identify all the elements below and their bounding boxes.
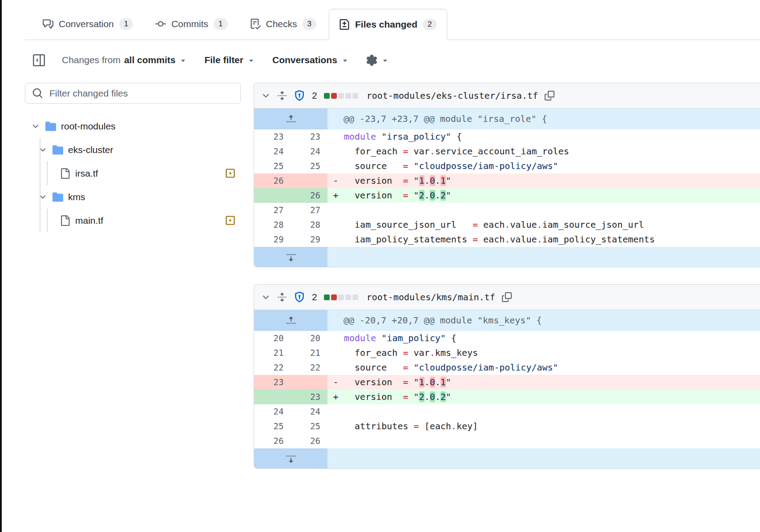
expand-down-icon[interactable]	[254, 448, 327, 468]
expand-all-unfold-icon[interactable]	[277, 292, 287, 302]
context-line: 2424	[254, 404, 760, 419]
tree-dir-kms[interactable]: kms	[25, 185, 241, 209]
new-line-number[interactable]: 26	[291, 188, 328, 203]
code-text: version = "2.0.2"	[344, 390, 760, 404]
hunk-header-text: @@ -20,7 +20,7 @@ module "kms_keys" {	[327, 310, 760, 331]
shield-lock-icon[interactable]	[294, 90, 305, 101]
new-line-number[interactable]: 24	[291, 404, 328, 419]
new-line-number[interactable]: 22	[291, 360, 328, 375]
expand-down-row	[254, 448, 760, 468]
expand-up-icon[interactable]	[254, 310, 327, 331]
caret-down-icon	[179, 56, 187, 64]
tab-files-changed[interactable]: Files changed2	[329, 9, 447, 40]
changes-from-dropdown[interactable]: Changes from all commits	[62, 55, 187, 65]
copy-path-icon[interactable]	[502, 292, 512, 302]
added-line: 23+ version = "2.0.2"	[254, 390, 760, 404]
tree-item-label: main.tf	[75, 215, 103, 226]
tree-file-main.tf[interactable]: main.tf	[25, 209, 241, 232]
file-diff-icon	[339, 19, 350, 30]
shield-lock-icon[interactable]	[294, 291, 305, 303]
copy-path-icon[interactable]	[545, 91, 554, 101]
new-line-number[interactable]: 26	[291, 434, 328, 448]
diff-panels: 2root-modules/eks-cluster/irsa.tf@@ -23,…	[254, 83, 760, 469]
old-line-number[interactable]: 29	[254, 232, 291, 247]
code-text: iam_source_json_url = each.value.iam_sou…	[344, 218, 760, 232]
old-line-number[interactable]: 26	[254, 173, 291, 188]
context-line: 2424 for_each = var.service_account_iam_…	[254, 144, 760, 159]
new-line-number[interactable]: 25	[291, 419, 328, 434]
diff-sign	[327, 331, 344, 346]
code-text: source = "cloudposse/iam-policy/aws"	[344, 360, 760, 375]
old-line-number[interactable]: 26	[254, 434, 291, 448]
code-text: source = "cloudposse/iam-policy/aws"	[344, 159, 760, 173]
expand-all-unfold-icon[interactable]	[277, 91, 287, 101]
code-text: module "irsa_policy" {	[344, 129, 760, 144]
old-line-number[interactable]: 20	[254, 331, 291, 346]
diff-file-header: 2root-modules/kms/main.tf	[254, 285, 760, 310]
old-line-number[interactable]: 24	[254, 144, 291, 159]
file-icon	[60, 168, 70, 179]
hunk-header-text: @@ -23,7 +23,7 @@ module "irsa_role" {	[327, 109, 760, 129]
old-line-number[interactable]: 24	[254, 404, 291, 419]
old-line-number[interactable]: 21	[254, 346, 291, 360]
tree-dir-root-modules[interactable]: root-modules	[25, 114, 241, 138]
file-filter-dropdown[interactable]: File filter	[204, 55, 255, 65]
folder-icon	[53, 145, 63, 155]
diff-file-header: 2root-modules/eks-cluster/irsa.tf	[254, 83, 760, 109]
old-line-number[interactable]: 25	[254, 419, 291, 434]
diff-body: @@ -23,7 +23,7 @@ module "irsa_role" {23…	[254, 109, 760, 267]
expand-down-icon[interactable]	[254, 247, 327, 267]
old-line-number[interactable]: 23	[254, 129, 291, 144]
tree-file-irsa.tf[interactable]: irsa.tf	[25, 161, 241, 185]
collapse-diff-chevron-icon[interactable]	[261, 293, 271, 302]
tab-commits[interactable]: Commits1	[146, 12, 237, 36]
new-line-number[interactable]: 28	[291, 218, 328, 232]
diff-sign	[327, 218, 344, 232]
new-line-number[interactable]: 20	[291, 331, 328, 346]
new-line-number[interactable]	[291, 375, 328, 390]
tree-item-label: root-modules	[61, 121, 116, 132]
deleted-line: 26- version = "1.0.1"	[254, 173, 760, 188]
old-line-number[interactable]	[254, 390, 291, 404]
changes-count: 2	[312, 90, 317, 101]
old-line-number[interactable]: 22	[254, 360, 291, 375]
context-line: 2525 source = "cloudposse/iam-policy/aws…	[254, 159, 760, 173]
diff-settings-dropdown[interactable]	[366, 55, 389, 66]
filter-changed-files-input[interactable]	[25, 83, 241, 104]
new-line-number[interactable]: 24	[291, 144, 328, 159]
diffstat-blocks	[324, 294, 358, 300]
new-line-number[interactable]: 23	[291, 390, 328, 404]
old-line-number[interactable]: 23	[254, 375, 291, 390]
new-line-number[interactable]	[291, 173, 328, 188]
folder-icon	[53, 192, 63, 202]
expand-up-icon[interactable]	[254, 109, 327, 129]
folder-icon	[45, 121, 56, 132]
old-line-number[interactable]	[254, 188, 291, 203]
diff-sign: -	[327, 173, 344, 188]
code-text	[344, 434, 760, 448]
added-line: 26+ version = "2.0.2"	[254, 188, 760, 203]
new-line-number[interactable]: 27	[291, 203, 328, 218]
context-line: 2222 source = "cloudposse/iam-policy/aws…	[254, 360, 760, 375]
conversations-dropdown[interactable]: Conversations	[272, 55, 349, 65]
new-line-number[interactable]: 21	[291, 346, 328, 360]
new-line-number[interactable]: 25	[291, 159, 328, 173]
old-line-number[interactable]: 27	[254, 203, 291, 218]
diff-sign	[327, 434, 344, 448]
collapse-diff-chevron-icon[interactable]	[261, 91, 271, 101]
diff-sign	[327, 419, 344, 434]
tab-count-badge: 1	[119, 18, 133, 30]
tree-dir-eks-cluster[interactable]: eks-cluster	[25, 138, 241, 161]
chevron-down-icon[interactable]	[31, 122, 40, 131]
context-line: 2929 iam_policy_statements = each.value.…	[254, 232, 760, 247]
new-line-number[interactable]: 23	[291, 129, 328, 144]
diff-sign	[327, 159, 344, 173]
tab-checks[interactable]: Checks3	[240, 12, 327, 36]
old-line-number[interactable]: 25	[254, 159, 291, 173]
tab-conversation[interactable]: Conversation1	[33, 12, 143, 36]
sidebar-collapse-icon[interactable]	[33, 54, 45, 66]
new-line-number[interactable]: 29	[291, 232, 328, 247]
old-line-number[interactable]: 28	[254, 218, 291, 232]
file-path: root-modules/kms/main.tf	[367, 292, 495, 302]
diff-body: @@ -20,7 +20,7 @@ module "kms_keys" {202…	[254, 310, 760, 468]
